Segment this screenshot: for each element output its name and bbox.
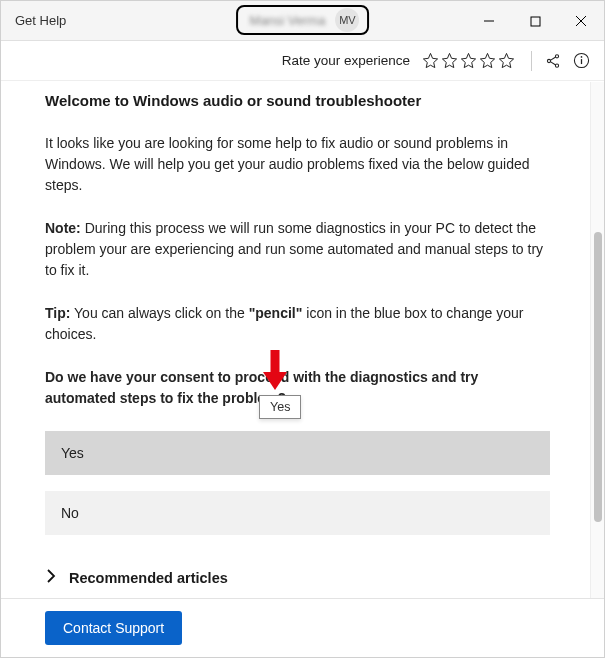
close-icon <box>575 15 587 27</box>
svg-line-7 <box>550 57 555 60</box>
info-button[interactable] <box>572 52 590 70</box>
get-help-window: Get Help Mansi Verma MV Rate your experi… <box>0 0 605 658</box>
content-area: Welcome to Windows audio or sound troubl… <box>1 82 590 598</box>
recommended-label: Recommended articles <box>69 570 228 586</box>
rate-label: Rate your experience <box>282 53 410 68</box>
star-icon[interactable] <box>460 52 477 69</box>
tip-label: Tip: <box>45 305 70 321</box>
note-text: During this process we will run some dia… <box>45 220 543 278</box>
rating-stars[interactable] <box>422 52 515 69</box>
svg-line-8 <box>550 61 555 64</box>
maximize-button[interactable] <box>512 1 558 41</box>
scrollbar-thumb[interactable] <box>594 232 602 522</box>
maximize-icon <box>530 16 541 27</box>
star-icon[interactable] <box>422 52 439 69</box>
window-controls <box>466 1 604 41</box>
option-no[interactable]: No <box>45 491 550 535</box>
tip-paragraph: Tip: You can always click on the "pencil… <box>45 303 550 345</box>
page-heading: Welcome to Windows audio or sound troubl… <box>45 92 550 109</box>
contact-support-button[interactable]: Contact Support <box>45 611 182 645</box>
minimize-button[interactable] <box>466 1 512 41</box>
recommended-articles-toggle[interactable]: Recommended articles <box>45 567 550 588</box>
user-avatar: MV <box>335 8 359 32</box>
separator <box>531 51 532 71</box>
tooltip: Yes <box>259 395 301 419</box>
svg-rect-1 <box>531 17 540 26</box>
note-label: Note: <box>45 220 81 236</box>
star-icon[interactable] <box>498 52 515 69</box>
user-name: Mansi Verma <box>250 13 326 28</box>
close-button[interactable] <box>558 1 604 41</box>
body-wrapper: Welcome to Windows audio or sound troubl… <box>1 82 604 598</box>
star-icon[interactable] <box>479 52 496 69</box>
minimize-icon <box>483 15 495 27</box>
app-title: Get Help <box>15 13 66 28</box>
tip-text-1: You can always click on the <box>70 305 248 321</box>
option-yes[interactable]: Yes <box>45 431 550 475</box>
intro-text: It looks like you are looking for some h… <box>45 133 550 196</box>
user-account-chip[interactable]: Mansi Verma MV <box>236 5 370 35</box>
share-icon <box>545 53 561 69</box>
title-bar: Get Help Mansi Verma MV <box>1 1 604 41</box>
note-paragraph: Note: During this process we will run so… <box>45 218 550 281</box>
footer: Contact Support <box>1 598 604 657</box>
svg-point-11 <box>580 56 582 58</box>
star-icon[interactable] <box>441 52 458 69</box>
chevron-right-icon <box>45 567 57 588</box>
info-icon <box>573 52 590 69</box>
scrollbar[interactable] <box>590 82 604 598</box>
rating-toolbar: Rate your experience <box>1 41 604 81</box>
tip-pencil: "pencil" <box>249 305 303 321</box>
share-button[interactable] <box>544 52 562 70</box>
